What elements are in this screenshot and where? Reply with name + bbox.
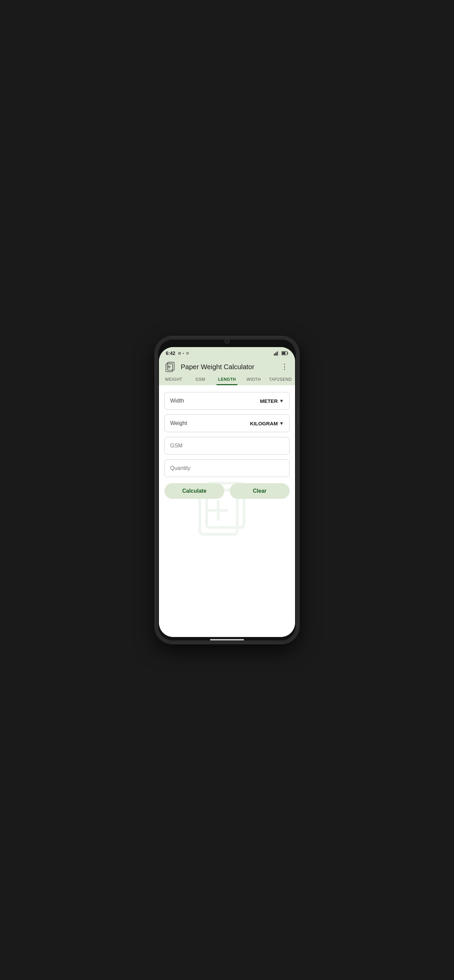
app-header: Paper Weight Calculator ⋮ — [159, 358, 295, 373]
svg-rect-5 — [288, 353, 288, 354]
quantity-field[interactable] — [164, 460, 290, 477]
main-content: Width METER ▼ Weight KILOGRAM ▼ — [159, 385, 295, 637]
tab-gsm[interactable]: GSM — [187, 373, 213, 385]
svg-rect-3 — [278, 351, 279, 356]
phone-frame: 6:42 ✿ ▪ ⚙ — [156, 337, 298, 643]
home-indicator — [210, 639, 244, 640]
tab-bar: WEIGHT GSM LENGTH WIDTH TAP2SEND — [159, 373, 295, 385]
svg-rect-1 — [275, 353, 276, 356]
tab-width[interactable]: WIDTH — [240, 373, 267, 385]
width-unit-dropdown[interactable]: METER ▼ — [260, 398, 284, 404]
width-label: Width — [170, 398, 184, 404]
weight-label: Weight — [170, 420, 187, 426]
status-bar: 6:42 ✿ ▪ ⚙ — [159, 347, 295, 358]
width-unit-value: METER — [260, 398, 278, 404]
side-button — [298, 405, 298, 425]
tab-length[interactable]: LENGTH — [214, 373, 240, 385]
status-left-icons: 6:42 ✿ ▪ ⚙ — [166, 350, 189, 356]
status-right-icons — [274, 351, 288, 356]
signal-icon — [274, 351, 280, 356]
calculate-button[interactable]: Calculate — [164, 483, 224, 499]
weight-unit-value: KILOGRAM — [250, 421, 278, 426]
settings-status-icon: ✿ — [178, 351, 181, 356]
svg-rect-0 — [274, 353, 275, 356]
gsm-field[interactable] — [164, 437, 290, 455]
quantity-input[interactable] — [170, 465, 284, 471]
tab-tap2send[interactable]: TAP2SEND — [267, 373, 294, 385]
svg-rect-8 — [167, 363, 174, 370]
gsm-input[interactable] — [170, 443, 284, 449]
tab-weight[interactable]: WEIGHT — [160, 373, 187, 385]
sdcard-status-icon: ▪ — [183, 351, 184, 355]
width-unit-arrow-icon: ▼ — [279, 398, 284, 404]
clear-button[interactable]: Clear — [230, 483, 290, 499]
svg-rect-6 — [282, 352, 285, 355]
status-time: 6:42 — [166, 350, 175, 356]
overflow-menu-button[interactable]: ⋮ — [279, 361, 290, 372]
app-title: Paper Weight Calculator — [181, 363, 275, 371]
weight-field[interactable]: Weight KILOGRAM ▼ — [164, 414, 290, 432]
action-buttons: Calculate Clear — [164, 483, 290, 499]
battery-icon — [282, 351, 288, 355]
screen: 6:42 ✿ ▪ ⚙ — [159, 347, 295, 637]
weight-unit-dropdown[interactable]: KILOGRAM ▼ — [250, 421, 284, 426]
svg-rect-2 — [277, 352, 278, 356]
camera — [225, 339, 229, 344]
gear-status-icon: ⚙ — [186, 351, 189, 356]
weight-unit-arrow-icon: ▼ — [279, 421, 284, 426]
app-logo-icon — [164, 361, 177, 373]
width-field[interactable]: Width METER ▼ — [164, 392, 290, 410]
